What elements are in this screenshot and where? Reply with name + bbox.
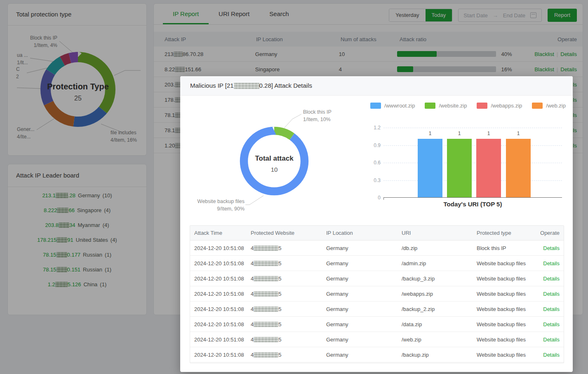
ip-location-cell: Germany (326, 260, 402, 266)
uri-cell: /backup.zip (402, 352, 477, 358)
redacted-text (254, 291, 278, 297)
protected-website-cell: 45 (251, 352, 326, 358)
col-ip-location: IP Location (326, 230, 402, 236)
details-link[interactable]: Details (543, 276, 560, 282)
x-axis-tick (383, 198, 384, 200)
bar-chart-legend: /wwwroot.zip/website.zip/webapps.zip/web… (370, 103, 566, 109)
operate-cell: Details (539, 352, 564, 358)
redacted-ip (234, 83, 259, 89)
legend-item[interactable]: /wwwroot.zip (370, 103, 415, 109)
attack-time-cell: 2024-12-20 10:51:08 (190, 321, 251, 327)
legend-item[interactable]: /website.zip (425, 103, 467, 109)
uri-cell: /admin.zip (402, 260, 477, 266)
gridline (383, 145, 562, 146)
ip-location-cell: Germany (326, 352, 402, 358)
redacted-text (254, 352, 278, 358)
legend-swatch (477, 103, 487, 109)
dashboard-page: Total protection type Block this IP 1/It… (0, 0, 588, 374)
redacted-text (254, 322, 278, 327)
detail-table-row: 2024-12-20 10:51:0845Germany/db.zipBlock… (190, 241, 564, 256)
ip-location-cell: Germany (326, 321, 402, 327)
modal-charts: Block this IP 1/Item, 10% Website backup… (180, 95, 573, 225)
details-link[interactable]: Details (543, 291, 560, 297)
ip-location-cell: Germany (326, 306, 402, 312)
attack-time-cell: 2024-12-20 10:51:08 (190, 260, 251, 266)
detail-table-row: 2024-12-20 10:51:0845Germany/webapps.zip… (190, 286, 564, 302)
gridline (383, 163, 562, 163)
protected-website-cell: 45 (251, 321, 326, 327)
uri-cell: /db.zip (402, 245, 477, 251)
y-tick-label: 0.9 (374, 143, 381, 148)
ip-location-cell: Germany (326, 291, 402, 297)
protected-type-cell: Website backup files (477, 291, 539, 297)
legend-label: /website.zip (439, 103, 467, 109)
y-tick-label: 0 (378, 195, 381, 201)
protected-type-cell: Website backup files (477, 352, 539, 358)
modal-title: Malicious IP [210.28] Attack Details (180, 76, 573, 96)
legend-swatch (370, 103, 381, 109)
details-link[interactable]: Details (543, 337, 560, 343)
protected-type-cell: Website backup files (477, 337, 539, 343)
uri-cell: /backup_2.zip (402, 306, 477, 312)
details-link[interactable]: Details (543, 306, 560, 312)
protected-type-cell: Website backup files (477, 306, 539, 312)
detail-table-body: 2024-12-20 10:51:0845Germany/db.zipBlock… (190, 241, 564, 362)
legend-item[interactable]: /webapps.zip (477, 103, 522, 109)
attack-time-cell: 2024-12-20 10:51:08 (190, 291, 251, 297)
y-tick-label: 1.2 (374, 125, 381, 131)
detail-table-row: 2024-12-20 10:51:0845Germany/backup_2.zi… (190, 302, 564, 317)
redacted-text (254, 306, 278, 312)
uri-bar: 1 (447, 139, 472, 197)
operate-cell: Details (539, 306, 564, 312)
attack-time-cell: 2024-12-20 10:51:08 (190, 245, 251, 251)
operate-cell: Details (539, 276, 564, 282)
bar-value-label: 1 (476, 131, 501, 136)
detail-table-row: 2024-12-20 10:51:0845Germany/data.zipWeb… (190, 317, 564, 332)
uri-bar: 1 (506, 139, 531, 197)
uri-bar: 1 (418, 139, 442, 197)
protected-type-cell: Website backup files (477, 276, 539, 282)
ip-location-cell: Germany (326, 245, 402, 251)
details-link[interactable]: Details (543, 245, 560, 251)
attack-time-cell: 2024-12-20 10:51:08 (190, 276, 251, 282)
bar-chart-yticks: 1.20.90.60.30 (366, 128, 381, 198)
x-axis (383, 197, 562, 198)
detail-table-row: 2024-12-20 10:51:0845Germany/backup.zipW… (190, 347, 564, 362)
legend-item[interactable]: /web.zip (532, 103, 566, 109)
details-link[interactable]: Details (543, 321, 560, 327)
total-attack-donut-center: Total attack 10 (233, 154, 315, 173)
legend-swatch (425, 103, 435, 109)
y-tick-label: 0.6 (374, 160, 381, 166)
detail-table-row: 2024-12-20 10:51:0845Germany/backup_3.zi… (190, 271, 564, 286)
uri-bar: 1 (476, 139, 501, 197)
protected-website-cell: 45 (251, 306, 326, 312)
detail-table-row: 2024-12-20 10:51:0845Germany/web.zipWebs… (190, 332, 564, 347)
uri-bar-chart: 1111 (383, 128, 562, 198)
ip-location-cell: Germany (326, 276, 402, 282)
operate-cell: Details (539, 337, 564, 343)
bar-value-label: 1 (418, 131, 442, 136)
col-attack-time: Attack Time (190, 230, 251, 236)
redacted-text (254, 261, 278, 266)
details-link[interactable]: Details (543, 260, 560, 266)
uri-cell: /backup_3.zip (402, 276, 477, 282)
redacted-text (254, 245, 278, 251)
ip-location-cell: Germany (326, 337, 402, 343)
col-protected-type: Protected type (477, 230, 539, 236)
operate-cell: Details (539, 245, 564, 251)
operate-cell: Details (539, 291, 564, 297)
legend-label: /wwwroot.zip (384, 103, 415, 109)
operate-cell: Details (539, 321, 564, 327)
y-tick-label: 0.3 (374, 178, 381, 183)
protected-website-cell: 45 (251, 276, 326, 282)
col-operate: Operate (539, 230, 564, 236)
protected-type-cell: Website backup files (477, 260, 539, 266)
uri-cell: /webapps.zip (402, 291, 477, 297)
label-block-this-ip-modal: Block this IP 1/Item, 10% (303, 108, 332, 123)
detail-table-header: Attack Time Protected Website IP Locatio… (190, 226, 564, 241)
bar-chart-title: Today's URI (TOP 5) (383, 201, 562, 208)
gridline (383, 180, 562, 181)
protected-type-cell: Website backup files (477, 321, 539, 327)
details-link[interactable]: Details (543, 352, 560, 358)
uri-cell: /data.zip (402, 321, 477, 327)
